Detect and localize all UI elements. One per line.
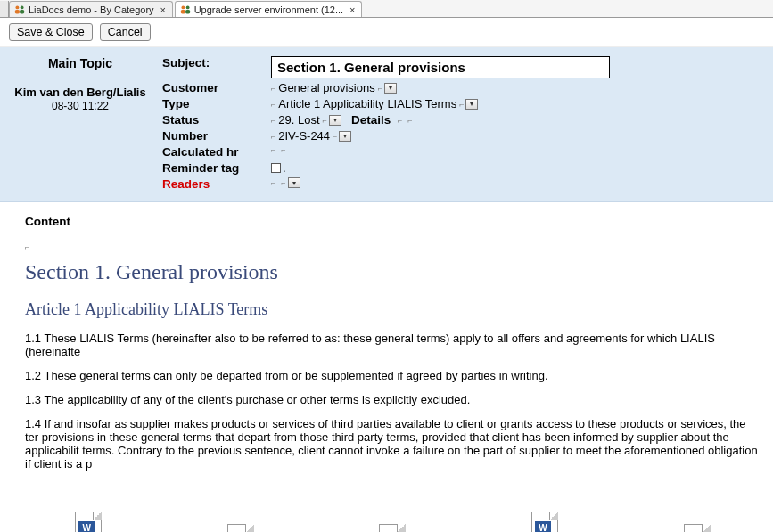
field-marker-icon: ⌐ — [271, 132, 275, 141]
field-marker-icon: ⌐ — [271, 145, 275, 154]
powerpoint-file-icon: P — [379, 524, 406, 532]
field-marker-icon: ⌐ — [271, 178, 275, 187]
attachments-row: W NDDM2.0 Text Website.docx X nddm targe… — [0, 499, 773, 532]
field-marker-icon: ⌐ — [407, 116, 412, 125]
attachment-item[interactable]: P NDDM target analyse.pptx — [329, 524, 456, 532]
excel-file-icon: X — [227, 524, 254, 532]
subject-input[interactable] — [271, 56, 610, 78]
svg-rect-6 — [180, 10, 185, 13]
field-marker-icon: ⌐ — [271, 116, 275, 125]
svg-point-4 — [181, 5, 185, 9]
svg-rect-7 — [185, 10, 190, 13]
attachment-item[interactable]: W Lialis SF PS questions.docx — [481, 512, 609, 532]
tab-label: Upgrade server environment (12... — [194, 4, 344, 15]
article-heading: Article 1 Applicability LIALIS Terms — [25, 300, 761, 319]
word-file-icon: W — [75, 512, 102, 532]
customer-label: Customer — [162, 81, 260, 94]
field-marker-icon: ⌐ — [271, 84, 275, 93]
tab-label: LiaDocs demo - By Category — [29, 4, 154, 15]
attachment-item[interactable]: X NDDMv2 speed.xlsx — [633, 524, 761, 532]
details-label: Details — [351, 113, 391, 127]
status-dropdown[interactable]: ▾ — [329, 115, 341, 126]
calc-hr-label: Calculated hr — [162, 145, 260, 159]
attachment-item[interactable]: W NDDM2.0 Text Website.docx — [25, 512, 152, 532]
status-label: Status — [162, 113, 260, 127]
field-marker-icon: ⌐ — [271, 100, 275, 109]
svg-rect-2 — [15, 10, 20, 13]
tab-liadocs-demo[interactable]: LiaDocs demo - By Category × — [9, 1, 173, 17]
svg-point-5 — [185, 5, 189, 9]
type-value: Article 1 Applicability LIALIS Terms — [278, 97, 456, 110]
paragraph: 1.4 If and insofar as supplier makes pro… — [25, 417, 761, 471]
customer-value: General provisions — [278, 81, 374, 94]
people-icon — [179, 4, 192, 16]
toolbar: Save & Close Cancel — [0, 18, 773, 47]
field-marker-icon: ⌐ — [459, 100, 464, 109]
field-marker-icon: ⌐ — [323, 116, 327, 125]
readers-label: Readers — [162, 177, 260, 191]
type-dropdown[interactable]: ▾ — [465, 99, 478, 110]
author-name: Kim van den Berg/Lialis — [9, 86, 152, 100]
reminder-label: Reminder tag — [162, 161, 260, 175]
field-marker-icon: ⌐ — [333, 132, 337, 141]
subject-label: Subject: — [162, 56, 260, 70]
number-label: Number — [162, 129, 260, 143]
close-icon[interactable]: × — [347, 4, 358, 15]
customer-dropdown[interactable]: ▾ — [384, 83, 397, 94]
document-body: Content ⌐ Section 1. General provisions … — [0, 202, 773, 499]
paragraph: 1.2 These general terms can only be depa… — [25, 369, 761, 382]
content-label: Content — [25, 215, 761, 228]
field-marker-icon: ⌐ — [398, 116, 402, 125]
svg-rect-3 — [20, 10, 24, 13]
type-label: Type — [162, 97, 260, 110]
reminder-checkbox[interactable] — [271, 163, 281, 173]
paragraph: 1.1 These LIALIS Terms (hereinafter also… — [25, 331, 761, 358]
main-topic-label: Main Topic — [9, 56, 152, 70]
field-marker-icon: ⌐ — [378, 84, 382, 93]
people-icon — [13, 4, 26, 16]
attachment-item[interactable]: X nddm target analyse.xlsx — [177, 524, 305, 532]
tab-upgrade-server[interactable]: Upgrade server environment (12... × — [175, 1, 363, 17]
number-dropdown[interactable]: ▾ — [339, 131, 351, 142]
field-marker-icon: ⌐ — [281, 145, 285, 154]
field-marker-icon: ⌐ — [25, 242, 29, 251]
number-value: 2IV-S-244 — [278, 129, 330, 143]
tab-bar: LiaDocs demo - By Category × Upgrade ser… — [0, 0, 773, 18]
field-marker-icon: ⌐ — [281, 178, 285, 187]
status-value: 29. Lost — [278, 113, 319, 127]
cancel-button[interactable]: Cancel — [100, 23, 151, 41]
tab-stub — [0, 1, 9, 17]
document-header: Main Topic Subject: Kim van den Berg/Lia… — [0, 47, 773, 202]
paragraph: 1.3 The applicability of any of the clie… — [25, 393, 761, 406]
svg-point-0 — [15, 5, 19, 9]
excel-file-icon: X — [684, 524, 711, 532]
svg-point-1 — [21, 5, 24, 9]
word-file-icon: W — [531, 512, 558, 532]
save-close-button[interactable]: Save & Close — [9, 23, 93, 41]
readers-dropdown[interactable]: ▾ — [288, 177, 300, 188]
close-icon[interactable]: × — [158, 4, 169, 15]
author-timestamp: 08-30 11:22 — [9, 100, 152, 113]
reminder-value: . — [283, 161, 286, 175]
section-heading: Section 1. General provisions — [25, 260, 761, 284]
